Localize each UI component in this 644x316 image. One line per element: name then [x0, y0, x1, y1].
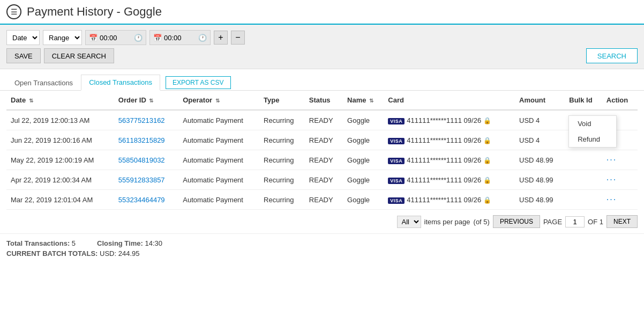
action-menu-button[interactable]: ··· — [606, 175, 617, 185]
range-select[interactable]: Range — [43, 30, 82, 45]
total-transactions-value: 5 — [72, 239, 76, 247]
remove-filter-button[interactable]: − — [231, 31, 245, 45]
cell-order-id: 563775213162 — [114, 110, 178, 130]
cell-type: Recurring — [259, 110, 305, 130]
closing-time-label: Closing Time: — [97, 239, 143, 247]
cell-status: READY — [305, 130, 343, 150]
cell-operator: Automatic Payment — [178, 150, 259, 170]
page-number-input[interactable] — [565, 216, 585, 227]
visa-badge: VISA — [388, 197, 405, 204]
cell-type: Recurring — [259, 170, 305, 190]
cell-date: Jul 22, 2019 12:00:13 AM — [6, 110, 114, 130]
visa-badge: VISA — [388, 118, 405, 124]
col-amount: Amount — [515, 91, 565, 110]
order-id-link[interactable]: 558504819032 — [118, 156, 165, 164]
table-body: Jul 22, 2019 12:00:13 AM 563775213162 Au… — [6, 110, 638, 210]
total-transactions-label: Total Transactions: — [6, 239, 70, 247]
add-filter-button[interactable]: + — [214, 31, 228, 45]
order-id-link[interactable]: 563775213162 — [118, 116, 165, 124]
transactions-table: Date ⇅ Order ID ⇅ Operator ⇅ Type Status… — [6, 91, 638, 210]
col-action: Action — [602, 91, 638, 110]
order-id-link[interactable]: 553234464479 — [118, 196, 165, 204]
action-menu-button[interactable]: ··· — [606, 155, 617, 165]
col-name: Name ⇅ — [343, 91, 384, 110]
tabs-bar: Open Transactions Closed Transactions EX… — [0, 69, 644, 91]
batch-label: CURRENT BATCH TOTALS: — [6, 249, 98, 258]
col-status: Status — [305, 91, 343, 110]
col-bulk-id: Bulk Id — [565, 91, 602, 110]
table-row: Mar 22, 2019 12:01:04 AM 553234464479 Au… — [6, 190, 638, 210]
tab-open-transactions[interactable]: Open Transactions — [6, 75, 81, 90]
cell-card: VISA411111******1111 09/26🔒 — [384, 150, 515, 170]
cell-date: Jun 22, 2019 12:00:16 AM — [6, 130, 114, 150]
date-from-input: 📅 🕐 — [85, 30, 146, 45]
save-button[interactable]: SAVE — [6, 48, 41, 63]
per-page-label: items per page — [424, 218, 470, 226]
clock-icon-2: 🕐 — [198, 34, 207, 42]
time-to-field[interactable] — [164, 34, 196, 42]
export-csv-button[interactable]: EXPORT AS CSV — [166, 76, 231, 89]
cell-bulk-id — [565, 170, 602, 190]
cell-name: Goggle — [343, 150, 384, 170]
cell-amount: USD 48.99 — [515, 190, 565, 210]
cell-order-id: 555912833857 — [114, 170, 178, 190]
cell-operator: Automatic Payment — [178, 170, 259, 190]
cell-type: Recurring — [259, 130, 305, 150]
cell-action: ··· — [602, 170, 638, 190]
visa-badge: VISA — [388, 158, 405, 164]
refund-menu-item[interactable]: Refund — [569, 131, 616, 147]
visa-badge: VISA — [388, 138, 405, 144]
table-row: Apr 22, 2019 12:00:34 AM 555912833857 Au… — [6, 170, 638, 190]
field-select[interactable]: Date — [6, 30, 40, 45]
cell-type: Recurring — [259, 190, 305, 210]
cell-name: Goggle — [343, 190, 384, 210]
table-row: May 22, 2019 12:00:19 AM 558504819032 Au… — [6, 150, 638, 170]
order-id-link[interactable]: 561183215829 — [118, 136, 165, 144]
cell-bulk-id — [565, 190, 602, 210]
page-title: Payment History - Goggle — [27, 5, 162, 19]
cell-action: ··· — [602, 190, 638, 210]
void-menu-item[interactable]: Void — [569, 116, 616, 131]
cell-order-id: 558504819032 — [114, 150, 178, 170]
previous-button[interactable]: PREVIOUS — [493, 215, 540, 228]
per-page-select[interactable]: All — [397, 216, 421, 228]
col-type: Type — [259, 91, 305, 110]
calendar-icon-2: 📅 — [153, 34, 162, 42]
date-to-input: 📅 🕐 — [149, 30, 211, 45]
tab-closed-transactions[interactable]: Closed Transactions — [81, 75, 160, 91]
action-menu-button[interactable]: ··· — [606, 195, 617, 204]
table-wrap: Date ⇅ Order ID ⇅ Operator ⇅ Type Status… — [0, 91, 644, 210]
col-card: Card — [384, 91, 515, 110]
cell-operator: Automatic Payment — [178, 130, 259, 150]
col-order-id: Order ID ⇅ — [114, 91, 178, 110]
cell-bulk-id — [565, 150, 602, 170]
next-button[interactable]: NEXT — [606, 215, 638, 228]
cell-type: Recurring — [259, 150, 305, 170]
clear-search-button[interactable]: CLEAR SEARCH — [44, 48, 114, 63]
cell-amount: USD 4 — [515, 110, 565, 130]
cell-action: ··· — [602, 150, 638, 170]
cell-name: Goggle — [343, 130, 384, 150]
cell-action: ··· Void Refund — [602, 110, 638, 130]
cell-status: READY — [305, 150, 343, 170]
search-button[interactable]: SEARCH — [586, 48, 638, 63]
footer-row-2: CURRENT BATCH TOTALS: USD: 244.95 — [6, 249, 638, 258]
cell-status: READY — [305, 110, 343, 130]
cell-card: VISA411111******1111 09/26🔒 — [384, 130, 515, 150]
col-date: Date ⇅ — [6, 91, 114, 110]
app-icon: ☰ — [6, 4, 21, 19]
cell-card: VISA411111******1111 09/26🔒 — [384, 190, 515, 210]
filter-bar: Date Range 📅 🕐 📅 🕐 + − SAVE CLEAR SEARCH… — [0, 25, 644, 69]
cell-card: VISA411111******1111 09/26🔒 — [384, 110, 515, 130]
order-id-link[interactable]: 555912833857 — [118, 176, 165, 184]
time-from-field[interactable] — [100, 34, 132, 42]
cell-date: May 22, 2019 12:00:19 AM — [6, 150, 114, 170]
visa-badge: VISA — [388, 178, 405, 184]
cell-status: READY — [305, 190, 343, 210]
context-menu-popup: Void Refund — [568, 115, 617, 148]
cell-amount: USD 48.99 — [515, 150, 565, 170]
closing-time-value: 14:30 — [145, 239, 162, 247]
batch-value: USD: 244.95 — [100, 249, 139, 258]
cell-name: Goggle — [343, 110, 384, 130]
cell-amount: USD 4 — [515, 130, 565, 150]
